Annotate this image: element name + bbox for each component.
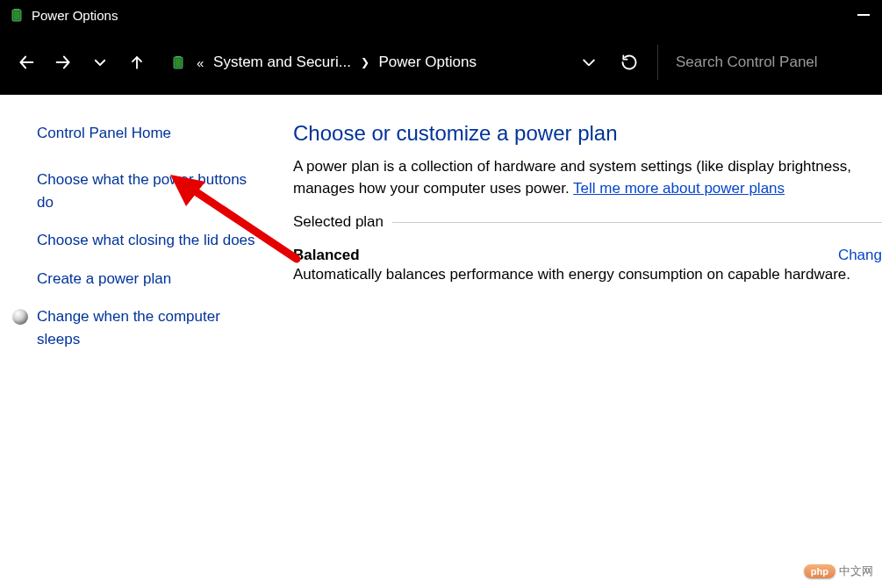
plan-name: Balanced [293, 247, 360, 264]
breadcrumb-parent[interactable]: System and Securi... [213, 54, 351, 70]
svg-rect-3 [857, 14, 870, 16]
svg-rect-9 [176, 59, 182, 68]
search-box[interactable] [657, 45, 868, 80]
section-divider: Selected plan [293, 213, 882, 231]
window-title: Power Options [32, 8, 118, 23]
watermark-badge: php [804, 564, 835, 578]
sidebar: Control Panel Home Choose what the power… [0, 95, 281, 588]
control-panel-home-link[interactable]: Control Panel Home [37, 125, 263, 142]
plan-description: Automatically balances performance with … [293, 266, 882, 283]
refresh-button[interactable] [617, 50, 642, 75]
battery-icon [169, 54, 188, 70]
section-label: Selected plan [293, 213, 392, 231]
breadcrumb-overflow-icon: « [197, 55, 204, 70]
up-button[interactable] [125, 50, 149, 75]
address-dropdown-button[interactable] [577, 50, 601, 75]
recent-locations-button[interactable] [88, 50, 112, 75]
watermark-text: 中文网 [839, 563, 873, 579]
chevron-right-icon: ❯ [361, 56, 369, 68]
bullet-icon [12, 309, 28, 325]
svg-rect-2 [14, 11, 20, 20]
page-title: Choose or customize a power plan [293, 121, 882, 146]
breadcrumb-current[interactable]: Power Options [378, 54, 477, 70]
titlebar: Power Options [0, 0, 882, 30]
sidebar-link-change-sleep[interactable]: Change when the computer sleeps [37, 305, 263, 350]
sidebar-link-create-plan[interactable]: Create a power plan [37, 268, 263, 290]
sidebar-link-power-buttons[interactable]: Choose what the power buttons do [37, 169, 263, 213]
main-content: Choose or customize a power plan A power… [281, 95, 882, 588]
sidebar-link-closing-lid[interactable]: Choose what closing the lid does [37, 229, 263, 252]
battery-icon [9, 7, 25, 23]
breadcrumb[interactable]: « System and Securi... ❯ Power Options [197, 54, 564, 71]
address-bar[interactable]: « System and Securi... ❯ Power Options [161, 54, 564, 71]
back-button[interactable] [14, 50, 39, 75]
navbar: « System and Securi... ❯ Power Options [0, 30, 882, 95]
search-input[interactable] [676, 54, 868, 71]
help-link[interactable]: Tell me more about power plans [573, 180, 785, 197]
change-plan-link[interactable]: Chang [838, 247, 882, 264]
minimize-button[interactable] [845, 0, 882, 30]
forward-button[interactable] [51, 50, 75, 75]
watermark: php 中文网 [804, 563, 873, 579]
page-description: A power plan is a collection of hardware… [293, 156, 882, 199]
